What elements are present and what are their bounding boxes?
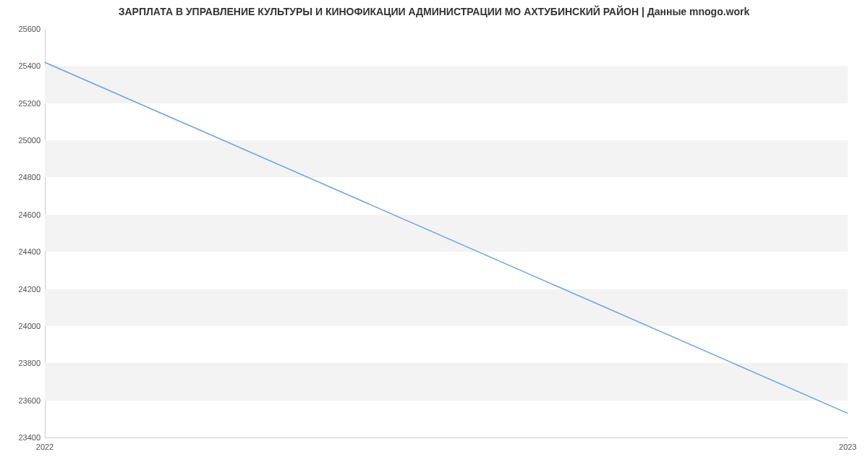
y-tick-label: 23400 (4, 433, 41, 442)
y-tick-label: 24600 (4, 210, 41, 219)
chart-title: ЗАРПЛАТА В УПРАВЛЕНИЕ КУЛЬТУРЫ И КИНОФИК… (0, 0, 868, 17)
y-tick-label: 23600 (4, 396, 41, 405)
y-tick-label: 25400 (4, 61, 41, 70)
x-tick-label: 2022 (36, 443, 54, 451)
y-tick-label: 24200 (4, 285, 41, 294)
y-tick-label: 24800 (4, 173, 41, 181)
y-tick-label: 23800 (4, 359, 41, 367)
y-tick-label: 24400 (4, 247, 41, 256)
y-tick-label: 25000 (4, 136, 41, 145)
plot-area (45, 29, 848, 437)
chart-container: ЗАРПЛАТА В УПРАВЛЕНИЕ КУЛЬТУРЫ И КИНОФИК… (0, 0, 868, 470)
x-axis (45, 437, 848, 438)
y-tick-label: 25200 (4, 99, 41, 108)
y-tick-label: 24000 (4, 322, 41, 330)
line-chart-svg (45, 29, 848, 437)
x-tick-label: 2023 (839, 443, 856, 451)
data-line (45, 62, 848, 413)
y-tick-label: 25600 (4, 25, 41, 33)
